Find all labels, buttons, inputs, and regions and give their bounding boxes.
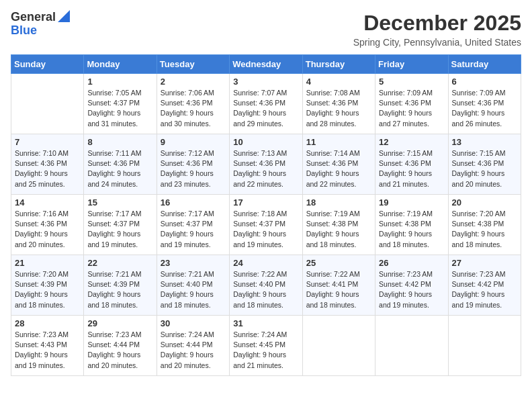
calendar-cell: 6Sunrise: 7:09 AMSunset: 4:36 PMDaylight… bbox=[448, 74, 521, 134]
calendar-cell: 29Sunrise: 7:23 AMSunset: 4:44 PMDayligh… bbox=[84, 316, 157, 376]
logo-text-blue: Blue bbox=[11, 24, 37, 38]
calendar-cell bbox=[375, 316, 448, 376]
day-info: Sunrise: 7:18 AMSunset: 4:37 PMDaylight:… bbox=[233, 209, 298, 250]
calendar-cell: 13Sunrise: 7:15 AMSunset: 4:36 PMDayligh… bbox=[448, 134, 521, 195]
day-number: 10 bbox=[233, 137, 298, 147]
day-info: Sunrise: 7:22 AMSunset: 4:41 PMDaylight:… bbox=[306, 269, 371, 310]
column-header-sunday: Sunday bbox=[11, 55, 84, 74]
day-number: 13 bbox=[452, 137, 517, 147]
day-number: 27 bbox=[452, 258, 517, 268]
day-number: 14 bbox=[15, 197, 80, 208]
calendar-cell: 3Sunrise: 7:07 AMSunset: 4:36 PMDaylight… bbox=[230, 74, 302, 134]
day-info: Sunrise: 7:16 AMSunset: 4:36 PMDaylight:… bbox=[15, 209, 80, 250]
calendar-cell: 22Sunrise: 7:21 AMSunset: 4:39 PMDayligh… bbox=[84, 255, 157, 316]
calendar-header-row: SundayMondayTuesdayWednesdayThursdayFrid… bbox=[11, 55, 521, 74]
calendar-cell: 23Sunrise: 7:21 AMSunset: 4:40 PMDayligh… bbox=[157, 255, 229, 316]
calendar-cell bbox=[11, 74, 84, 134]
calendar-cell: 1Sunrise: 7:05 AMSunset: 4:37 PMDaylight… bbox=[84, 74, 157, 134]
calendar-cell: 16Sunrise: 7:17 AMSunset: 4:37 PMDayligh… bbox=[157, 195, 229, 255]
page-header: General Blue December 2025 Spring City, … bbox=[11, 11, 521, 48]
location-subtitle: Spring City, Pennsylvania, United States bbox=[353, 37, 521, 48]
day-number: 26 bbox=[379, 258, 444, 268]
day-number: 29 bbox=[87, 318, 152, 328]
day-number: 11 bbox=[306, 137, 371, 147]
day-number: 18 bbox=[306, 197, 371, 208]
day-info: Sunrise: 7:21 AMSunset: 4:39 PMDaylight:… bbox=[87, 269, 152, 310]
day-info: Sunrise: 7:23 AMSunset: 4:42 PMDaylight:… bbox=[379, 269, 444, 310]
day-number: 22 bbox=[87, 258, 152, 268]
day-info: Sunrise: 7:06 AMSunset: 4:36 PMDaylight:… bbox=[161, 88, 226, 129]
day-info: Sunrise: 7:23 AMSunset: 4:44 PMDaylight:… bbox=[87, 330, 152, 371]
calendar-cell: 8Sunrise: 7:11 AMSunset: 4:36 PMDaylight… bbox=[84, 134, 157, 195]
day-number: 28 bbox=[15, 318, 80, 328]
day-info: Sunrise: 7:20 AMSunset: 4:38 PMDaylight:… bbox=[452, 209, 517, 250]
day-number: 24 bbox=[233, 258, 298, 268]
day-info: Sunrise: 7:22 AMSunset: 4:40 PMDaylight:… bbox=[233, 269, 298, 310]
day-info: Sunrise: 7:19 AMSunset: 4:38 PMDaylight:… bbox=[379, 209, 444, 250]
day-number: 1 bbox=[87, 77, 152, 87]
day-info: Sunrise: 7:05 AMSunset: 4:37 PMDaylight:… bbox=[87, 88, 152, 129]
calendar-cell: 4Sunrise: 7:08 AMSunset: 4:36 PMDaylight… bbox=[302, 74, 375, 134]
calendar-cell: 25Sunrise: 7:22 AMSunset: 4:41 PMDayligh… bbox=[302, 255, 375, 316]
calendar-cell: 15Sunrise: 7:17 AMSunset: 4:37 PMDayligh… bbox=[84, 195, 157, 255]
day-info: Sunrise: 7:24 AMSunset: 4:45 PMDaylight:… bbox=[233, 330, 298, 371]
logo-text-general: General bbox=[11, 11, 56, 24]
title-block: December 2025 Spring City, Pennsylvania,… bbox=[353, 11, 521, 48]
day-number: 21 bbox=[15, 258, 80, 268]
calendar-cell: 17Sunrise: 7:18 AMSunset: 4:37 PMDayligh… bbox=[230, 195, 302, 255]
calendar-cell: 12Sunrise: 7:15 AMSunset: 4:36 PMDayligh… bbox=[375, 134, 448, 195]
day-info: Sunrise: 7:17 AMSunset: 4:37 PMDaylight:… bbox=[161, 209, 226, 250]
calendar-week-row: 28Sunrise: 7:23 AMSunset: 4:43 PMDayligh… bbox=[11, 316, 521, 376]
calendar-week-row: 1Sunrise: 7:05 AMSunset: 4:37 PMDaylight… bbox=[11, 74, 521, 134]
day-info: Sunrise: 7:07 AMSunset: 4:36 PMDaylight:… bbox=[233, 88, 298, 129]
calendar-cell: 28Sunrise: 7:23 AMSunset: 4:43 PMDayligh… bbox=[11, 316, 84, 376]
logo-icon bbox=[58, 10, 70, 22]
day-number: 6 bbox=[452, 77, 517, 87]
calendar-cell: 2Sunrise: 7:06 AMSunset: 4:36 PMDaylight… bbox=[157, 74, 229, 134]
day-number: 9 bbox=[161, 137, 226, 147]
column-header-saturday: Saturday bbox=[448, 55, 521, 74]
day-info: Sunrise: 7:21 AMSunset: 4:40 PMDaylight:… bbox=[161, 269, 226, 310]
day-number: 30 bbox=[161, 318, 226, 328]
calendar-cell: 21Sunrise: 7:20 AMSunset: 4:39 PMDayligh… bbox=[11, 255, 84, 316]
calendar-week-row: 21Sunrise: 7:20 AMSunset: 4:39 PMDayligh… bbox=[11, 255, 521, 316]
calendar-cell: 7Sunrise: 7:10 AMSunset: 4:36 PMDaylight… bbox=[11, 134, 84, 195]
day-number: 25 bbox=[306, 258, 371, 268]
day-number: 7 bbox=[15, 137, 80, 147]
day-number: 5 bbox=[379, 77, 444, 87]
column-header-tuesday: Tuesday bbox=[157, 55, 229, 74]
calendar-cell bbox=[302, 316, 375, 376]
calendar-cell: 26Sunrise: 7:23 AMSunset: 4:42 PMDayligh… bbox=[375, 255, 448, 316]
day-info: Sunrise: 7:19 AMSunset: 4:38 PMDaylight:… bbox=[306, 209, 371, 250]
day-number: 20 bbox=[452, 197, 517, 208]
day-info: Sunrise: 7:15 AMSunset: 4:36 PMDaylight:… bbox=[452, 148, 517, 189]
day-number: 16 bbox=[161, 197, 226, 208]
day-number: 8 bbox=[87, 137, 152, 147]
day-info: Sunrise: 7:15 AMSunset: 4:36 PMDaylight:… bbox=[379, 148, 444, 189]
calendar-cell: 11Sunrise: 7:14 AMSunset: 4:36 PMDayligh… bbox=[302, 134, 375, 195]
month-title: December 2025 bbox=[353, 11, 521, 36]
calendar-cell: 10Sunrise: 7:13 AMSunset: 4:36 PMDayligh… bbox=[230, 134, 302, 195]
day-info: Sunrise: 7:10 AMSunset: 4:36 PMDaylight:… bbox=[15, 148, 80, 189]
day-number: 23 bbox=[161, 258, 226, 268]
calendar-table: SundayMondayTuesdayWednesdayThursdayFrid… bbox=[11, 54, 521, 376]
column-header-wednesday: Wednesday bbox=[230, 55, 302, 74]
calendar-cell bbox=[448, 316, 521, 376]
day-info: Sunrise: 7:13 AMSunset: 4:36 PMDaylight:… bbox=[233, 148, 298, 189]
column-header-thursday: Thursday bbox=[302, 55, 375, 74]
column-header-monday: Monday bbox=[84, 55, 157, 74]
day-number: 19 bbox=[379, 197, 444, 208]
day-info: Sunrise: 7:12 AMSunset: 4:36 PMDaylight:… bbox=[161, 148, 226, 189]
day-number: 2 bbox=[161, 77, 226, 87]
calendar-cell: 31Sunrise: 7:24 AMSunset: 4:45 PMDayligh… bbox=[230, 316, 302, 376]
day-info: Sunrise: 7:23 AMSunset: 4:43 PMDaylight:… bbox=[15, 330, 80, 371]
logo: General Blue bbox=[11, 11, 70, 38]
calendar-cell: 5Sunrise: 7:09 AMSunset: 4:36 PMDaylight… bbox=[375, 74, 448, 134]
calendar-cell: 14Sunrise: 7:16 AMSunset: 4:36 PMDayligh… bbox=[11, 195, 84, 255]
day-info: Sunrise: 7:09 AMSunset: 4:36 PMDaylight:… bbox=[379, 88, 444, 129]
day-number: 15 bbox=[87, 197, 152, 208]
day-info: Sunrise: 7:09 AMSunset: 4:36 PMDaylight:… bbox=[452, 88, 517, 129]
calendar-cell: 18Sunrise: 7:19 AMSunset: 4:38 PMDayligh… bbox=[302, 195, 375, 255]
day-info: Sunrise: 7:20 AMSunset: 4:39 PMDaylight:… bbox=[15, 269, 80, 310]
day-info: Sunrise: 7:17 AMSunset: 4:37 PMDaylight:… bbox=[87, 209, 152, 250]
